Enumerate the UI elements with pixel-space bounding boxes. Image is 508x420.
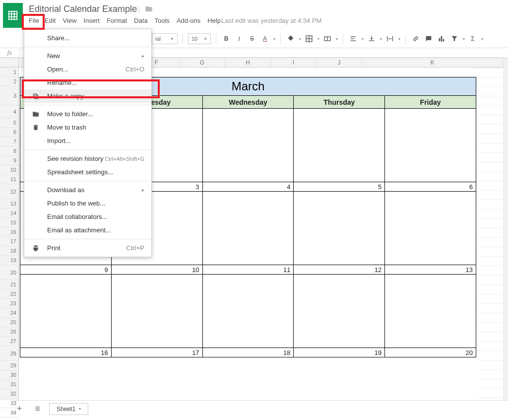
row-header[interactable]: 23 <box>0 299 18 308</box>
menu-addons[interactable]: Add-ons <box>177 17 200 24</box>
col-header[interactable]: J <box>317 58 362 67</box>
doc-title[interactable]: Editorial Calendar Example <box>29 4 137 14</box>
calendar-date-cell[interactable]: 17 <box>112 348 203 357</box>
row-header[interactable]: 1 <box>0 68 18 77</box>
calendar-cell[interactable] <box>203 275 294 348</box>
calendar-date-cell[interactable]: 9 <box>20 265 112 274</box>
menu-format[interactable]: Format <box>107 17 127 24</box>
row-header[interactable]: 11 <box>0 175 18 184</box>
row-header[interactable]: 20 <box>0 265 18 280</box>
star-icon[interactable]: ☆ <box>134 5 141 14</box>
row-header[interactable]: 21 <box>0 280 18 289</box>
file-email-attachment[interactable]: Email as attachment... <box>24 223 151 237</box>
calendar-date-cell[interactable]: 10 <box>112 265 203 274</box>
row-header[interactable]: 30 <box>0 370 18 380</box>
calendar-date-cell[interactable]: 5 <box>294 182 385 191</box>
col-header[interactable]: H <box>225 58 271 67</box>
calendar-date-cell[interactable]: 16 <box>20 348 112 357</box>
row-header[interactable]: 9 <box>0 156 18 165</box>
calendar-date-cell[interactable]: 20 <box>385 348 476 357</box>
row-header[interactable]: 7 <box>0 137 18 146</box>
calendar-cell[interactable] <box>385 192 476 265</box>
row-header[interactable]: 15 <box>0 218 18 227</box>
calendar-date-cell[interactable]: 13 <box>385 265 476 274</box>
file-spreadsheet-settings[interactable]: Spreadsheet settings... <box>24 165 151 179</box>
row-header[interactable]: 31 <box>0 380 18 389</box>
calendar-day-header[interactable]: Wednesday <box>203 96 294 108</box>
row-header[interactable]: 8 <box>0 146 18 156</box>
row-header[interactable]: 5 <box>0 118 18 128</box>
insert-chart-button[interactable] <box>437 34 446 44</box>
row-header[interactable]: 17 <box>0 237 18 246</box>
file-email-collab[interactable]: Email collaborators... <box>24 210 151 223</box>
col-header[interactable]: K <box>362 58 503 67</box>
text-color-button[interactable]: A <box>260 34 270 44</box>
row-header[interactable]: 13 <box>0 199 18 209</box>
file-share[interactable]: Share... <box>24 31 151 45</box>
calendar-day-header[interactable]: Friday <box>385 96 476 108</box>
file-move-to-folder[interactable]: Move to folder... <box>24 107 151 121</box>
calendar-date-cell[interactable]: 6 <box>385 182 476 191</box>
file-move-to-trash[interactable]: Move to trash <box>24 121 151 134</box>
calendar-date-cell[interactable]: 4 <box>203 182 294 191</box>
calendar-date-cell[interactable]: 12 <box>294 265 385 274</box>
functions-button[interactable]: Σ <box>468 34 478 44</box>
horizontal-align-button[interactable] <box>348 34 358 44</box>
row-header[interactable]: 12 <box>0 184 18 199</box>
col-header[interactable]: G <box>180 58 225 67</box>
calendar-cell[interactable] <box>203 109 294 182</box>
bold-button[interactable]: B <box>221 34 231 44</box>
merge-cells-button[interactable] <box>322 34 332 44</box>
menu-view[interactable]: View <box>63 17 76 24</box>
row-header[interactable]: 2 <box>0 77 18 86</box>
insert-comment-button[interactable] <box>424 34 434 44</box>
calendar-date-cell[interactable]: 18 <box>203 348 294 357</box>
calendar-day-header[interactable]: Thursday <box>294 96 385 108</box>
calendar-date-cell[interactable]: 11 <box>203 265 294 274</box>
all-sheets-button[interactable]: ≡ <box>31 404 45 414</box>
calendar-cell[interactable] <box>294 109 385 182</box>
file-new[interactable]: New ▸ <box>24 49 151 63</box>
row-header[interactable]: 25 <box>0 318 18 327</box>
add-sheet-button[interactable]: + <box>13 404 26 414</box>
menu-data[interactable]: Data <box>134 17 147 24</box>
row-header[interactable]: 4 <box>0 105 18 118</box>
row-header[interactable]: 19 <box>0 256 18 265</box>
vertical-align-button[interactable] <box>367 34 377 44</box>
menu-insert[interactable]: Insert <box>83 17 100 24</box>
calendar-cell[interactable] <box>385 109 476 182</box>
strikethrough-button[interactable]: S <box>247 34 257 44</box>
file-publish[interactable]: Publish to the web... <box>24 197 151 210</box>
row-header[interactable]: 6 <box>0 128 18 137</box>
text-wrap-button[interactable] <box>385 34 395 44</box>
filter-button[interactable] <box>449 34 459 44</box>
calendar-date-cell[interactable]: 19 <box>294 348 385 357</box>
row-header[interactable]: 24 <box>0 308 18 318</box>
row-header[interactable]: 29 <box>0 361 18 370</box>
calendar-cell[interactable] <box>294 275 385 348</box>
file-open[interactable]: Open... Ctrl+O <box>24 63 151 76</box>
italic-button[interactable]: I <box>234 34 244 44</box>
row-header[interactable]: 3 <box>0 86 18 105</box>
row-header[interactable]: 27 <box>0 337 18 346</box>
insert-link-button[interactable] <box>411 34 421 44</box>
row-header[interactable]: 22 <box>0 289 18 299</box>
calendar-cell[interactable] <box>294 192 385 265</box>
menu-edit[interactable]: Edit <box>45 17 56 24</box>
row-header[interactable]: 18 <box>0 246 18 256</box>
col-header[interactable]: I <box>271 58 317 67</box>
font-family-select[interactable]: ial ▼ <box>152 33 178 44</box>
row-header[interactable]: 10 <box>0 165 18 175</box>
folder-icon[interactable] <box>145 5 153 15</box>
file-print[interactable]: Print Ctrl+P <box>24 241 151 255</box>
row-header[interactable]: 26 <box>0 327 18 337</box>
sheet-tab[interactable]: Sheet1 ▾ <box>49 403 88 415</box>
font-size-select[interactable]: 10 ▼ <box>188 33 211 44</box>
calendar-cell[interactable] <box>20 275 112 348</box>
row-header[interactable]: 28 <box>0 346 18 361</box>
select-all-corner[interactable] <box>0 58 19 67</box>
fill-color-button[interactable] <box>286 34 296 44</box>
row-header[interactable]: 14 <box>0 209 18 218</box>
menu-tools[interactable]: Tools <box>155 17 170 24</box>
file-import[interactable]: Import... <box>24 134 151 147</box>
